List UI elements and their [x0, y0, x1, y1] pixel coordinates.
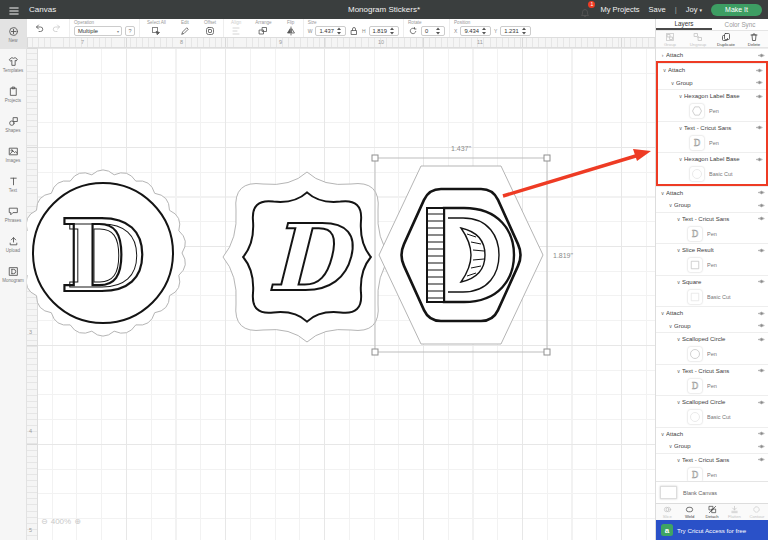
eye-icon[interactable]	[758, 278, 765, 285]
stepper-icon[interactable]	[433, 26, 443, 36]
eye-icon[interactable]	[756, 156, 763, 163]
undo-icon[interactable]	[35, 23, 45, 33]
layer-linetype-basic-cut[interactable]: Basic Cut	[656, 408, 768, 427]
chevron-down-icon[interactable]: ∨	[675, 399, 682, 405]
sidebar-item-upload[interactable]: Upload	[0, 229, 26, 259]
chevron-down-icon[interactable]: ∨	[677, 125, 684, 131]
stepper-icon[interactable]	[479, 26, 489, 36]
scalloped-circle-monogram[interactable]: D D	[27, 170, 185, 336]
duplicate-button[interactable]: Duplicate	[712, 31, 740, 47]
chevron-down-icon[interactable]: ∨	[659, 310, 666, 316]
group-button[interactable]: Group	[656, 31, 684, 47]
layer-linetype-pen[interactable]: DPen	[658, 134, 766, 153]
ungroup-button[interactable]: Ungroup	[684, 31, 712, 47]
stepper-icon[interactable]	[519, 26, 529, 36]
detach-button[interactable]: Detach	[701, 504, 723, 520]
layer-scalloped-circle[interactable]: ∨Scalloped Circle	[656, 395, 768, 408]
ornate-frame-monogram[interactable]: D	[223, 172, 391, 342]
layer-attach[interactable]: ∨Attach	[656, 306, 768, 319]
chevron-down-icon[interactable]: ∨	[669, 80, 676, 86]
help-button[interactable]: ?	[125, 26, 135, 36]
layer-linetype-basic-cut[interactable]: Basic Cut	[656, 288, 768, 307]
blank-canvas-row[interactable]: Blank Canvas	[656, 481, 768, 503]
notifications-button[interactable]: 1	[580, 4, 591, 16]
layer-attach[interactable]: ›Attach	[656, 48, 768, 61]
save-link[interactable]: Save	[649, 5, 666, 14]
height-input[interactable]: 1.819	[369, 26, 400, 36]
layer-square[interactable]: ∨Square	[656, 275, 768, 288]
layer-text-cricut-sans[interactable]: ∨Text - Cricut Sans	[656, 212, 768, 225]
cricut-access-banner[interactable]: a Try Cricut Access for free	[656, 520, 768, 540]
chevron-down-icon[interactable]: ∨	[675, 368, 682, 374]
hamburger-menu-icon[interactable]	[8, 5, 22, 15]
arrange-button[interactable]: Arrange	[252, 20, 274, 36]
stepper-icon[interactable]	[387, 26, 397, 36]
delete-button[interactable]: Delete	[740, 31, 768, 47]
chevron-right-icon[interactable]: ›	[659, 52, 666, 58]
position-x-input[interactable]: 9.434	[460, 26, 491, 36]
flip-button[interactable]: Flip	[283, 20, 299, 36]
eye-icon[interactable]	[758, 202, 765, 209]
sidebar-item-phrases[interactable]: Phrases	[0, 199, 26, 229]
layer-hexagon-label-base[interactable]: ∨Hexagon Label Base	[658, 152, 766, 165]
eye-icon[interactable]	[756, 124, 763, 131]
zoom-in-icon[interactable]: ⊕	[74, 517, 81, 526]
eye-icon[interactable]	[758, 189, 765, 196]
eye-icon[interactable]	[758, 310, 765, 317]
tab-layers[interactable]: Layers	[656, 19, 712, 30]
layer-attach[interactable]: ∨Attach	[656, 186, 768, 199]
eye-icon[interactable]	[758, 247, 765, 254]
align-button[interactable]: Align	[228, 20, 244, 36]
chevron-down-icon[interactable]: ∨	[659, 431, 666, 437]
user-menu[interactable]: Joy ▾	[686, 5, 702, 14]
zoom-out-icon[interactable]: ⊖	[41, 517, 48, 526]
layer-scalloped-circle[interactable]: ∨Scalloped Circle	[656, 332, 768, 345]
layer-linetype-pen[interactable]: Pen	[656, 256, 768, 275]
sidebar-item-shapes[interactable]: Shapes	[0, 109, 26, 139]
select-all-button[interactable]: Select All	[144, 20, 169, 36]
eye-icon[interactable]	[758, 52, 765, 59]
layer-text-cricut-sans[interactable]: ∨Text - Cricut Sans	[658, 121, 766, 134]
sidebar-item-projects[interactable]: Projects	[0, 79, 26, 109]
slice-button[interactable]: Slice	[656, 504, 678, 520]
chevron-down-icon[interactable]: ∨	[661, 67, 668, 73]
layer-linetype-pen[interactable]: DPen	[656, 466, 768, 482]
layer-text-cricut-sans[interactable]: ∨Text - Cricut Sans	[656, 453, 768, 466]
chevron-down-icon[interactable]: ∨	[675, 216, 682, 222]
selection-handle-nw[interactable]	[372, 155, 378, 161]
sidebar-item-images[interactable]: Images	[0, 139, 26, 169]
canvas-label[interactable]: Canvas	[29, 5, 56, 14]
layer-attach[interactable]: ∨Attach	[656, 427, 768, 440]
chevron-down-icon[interactable]: ∨	[667, 202, 674, 208]
operation-select[interactable]: Multiple▾	[74, 26, 122, 36]
selection-handle-sw[interactable]	[372, 349, 378, 355]
offset-button[interactable]: Offset	[201, 20, 219, 36]
layer-linetype-basic-cut[interactable]: Basic Cut	[658, 165, 766, 184]
layer-linetype-pen[interactable]: Pen	[656, 345, 768, 364]
chevron-down-icon[interactable]: ∨	[677, 93, 684, 99]
edit-button[interactable]: Edit	[177, 20, 193, 36]
chevron-down-icon[interactable]: ∨	[675, 336, 682, 342]
redo-icon[interactable]	[51, 23, 61, 33]
eye-icon[interactable]	[758, 456, 765, 463]
sidebar-item-new[interactable]: New	[0, 19, 26, 49]
eye-icon[interactable]	[758, 399, 765, 406]
make-it-button[interactable]: Make It	[711, 4, 762, 16]
eye-icon[interactable]	[758, 336, 765, 343]
position-y-input[interactable]: 1.231	[500, 26, 531, 36]
sidebar-item-monogram[interactable]: Monogram	[0, 259, 26, 289]
sidebar-item-text[interactable]: Text	[0, 169, 26, 199]
layer-group[interactable]: ∨Group	[658, 76, 766, 89]
chevron-down-icon[interactable]: ∨	[675, 247, 682, 253]
layer-group[interactable]: ∨Group	[656, 440, 768, 453]
weld-button[interactable]: Weld	[678, 504, 700, 520]
layer-hexagon-label-base[interactable]: ∨Hexagon Label Base	[658, 89, 766, 102]
lock-icon[interactable]	[349, 26, 359, 36]
stepper-icon[interactable]	[334, 26, 344, 36]
eye-icon[interactable]	[758, 215, 765, 222]
chevron-down-icon[interactable]: ∨	[675, 279, 682, 285]
my-projects-link[interactable]: My Projects	[600, 5, 639, 14]
rotate-input[interactable]: 0	[421, 26, 445, 36]
layer-group[interactable]: ∨Group	[656, 319, 768, 332]
selection-handle-se[interactable]	[544, 349, 550, 355]
